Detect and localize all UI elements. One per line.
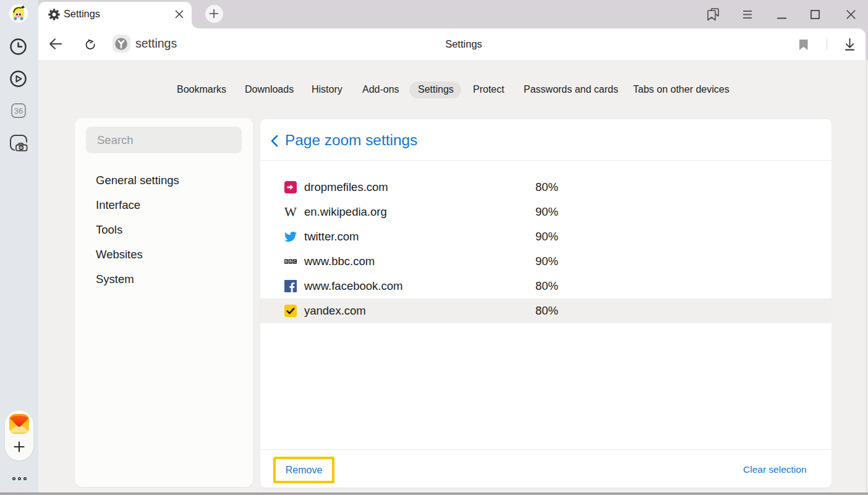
svg-text:B: B — [289, 259, 292, 263]
svg-text:36: 36 — [14, 107, 23, 116]
svg-text:C: C — [294, 259, 297, 263]
svg-text:W: W — [284, 206, 297, 218]
svg-text:B: B — [285, 259, 288, 263]
